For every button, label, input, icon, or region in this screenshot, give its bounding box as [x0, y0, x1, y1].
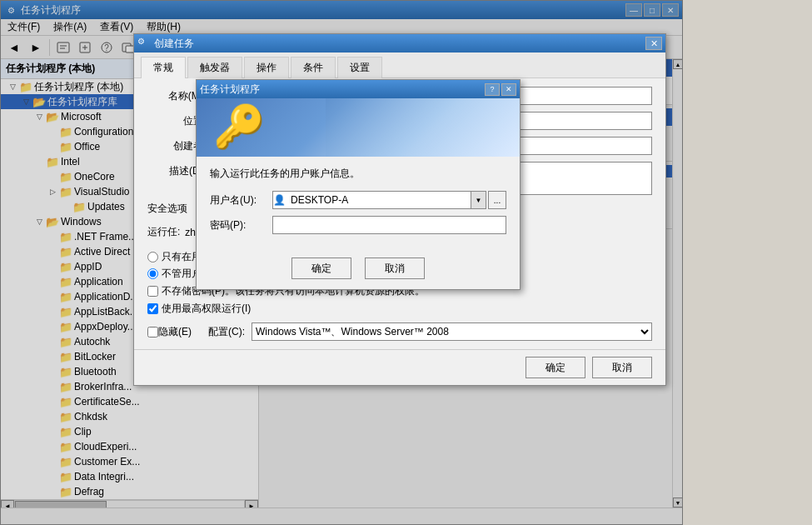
config-label: 配置(C): — [208, 325, 245, 339]
tab-conditions[interactable]: 条件 — [291, 57, 336, 78]
inner-dialog-banner: 🔑 — [197, 98, 520, 157]
inner-dialog-content: 输入运行此任务的用户账户信息。 用户名(U): 👤 DESKTOP-A ▼ ..… — [197, 157, 520, 251]
tab-actions[interactable]: 操作 — [244, 57, 289, 78]
dialog-close-button[interactable]: ✕ — [645, 37, 662, 50]
tab-general[interactable]: 常规 — [141, 57, 186, 78]
password-label: 密码(P): — [210, 218, 272, 232]
user-browse-btn[interactable]: ... — [488, 191, 506, 209]
password-field-row: 密码(P): — [210, 216, 506, 234]
tab-settings[interactable]: 设置 — [337, 57, 382, 78]
inner-dialog-cancel-button[interactable]: 取消 — [365, 258, 425, 279]
user-combo[interactable]: 👤 DESKTOP-A ▼ — [272, 191, 486, 209]
banner-gradient — [326, 98, 520, 157]
create-task-title-bar: ⚙ 创建任务 ✕ — [134, 34, 665, 52]
run-as-label: 运行任: — [147, 225, 180, 239]
hidden-label: 隐藏(E) — [158, 325, 192, 339]
dialog-title: 创建任务 — [154, 37, 645, 51]
dialog-cancel-button[interactable]: 取消 — [592, 357, 652, 378]
config-select[interactable]: Windows Vista™、Windows Server™ 2008 — [252, 322, 652, 341]
inner-dialog-title-bar: 任务计划程序 ? ✕ — [197, 80, 520, 98]
config-row: 隐藏(E) 配置(C): Windows Vista™、Windows Serv… — [147, 322, 652, 341]
checkbox-highest-input[interactable] — [147, 303, 158, 314]
inner-dialog-title: 任务计划程序 — [200, 82, 485, 97]
checkbox-highest-label: 使用最高权限运行(I) — [162, 302, 251, 316]
user-label: 用户名(U): — [210, 193, 272, 208]
user-combo-text: DESKTOP-A — [287, 194, 471, 206]
radio-only-logged-in-input[interactable] — [147, 252, 158, 262]
inner-dialog-prompt: 输入运行此任务的用户账户信息。 — [210, 167, 506, 181]
checkbox-no-store-input[interactable] — [147, 286, 158, 297]
password-input[interactable] — [272, 216, 506, 234]
inner-dialog-buttons: 确定 取消 — [197, 251, 520, 289]
inner-dialog-close-btn[interactable]: ✕ — [501, 83, 516, 96]
dialog-tabs: 常规 触发器 操作 条件 设置 — [134, 52, 665, 78]
user-combo-icon: 👤 — [273, 194, 286, 206]
dialog-ok-button[interactable]: 确定 — [526, 357, 585, 378]
dialog-icon: ⚙ — [137, 37, 151, 50]
user-combo-dropdown[interactable]: ▼ — [471, 192, 486, 208]
checkbox-highest: 使用最高权限运行(I) — [147, 302, 652, 316]
tab-triggers[interactable]: 触发器 — [187, 57, 242, 78]
dialog-buttons: 确定 取消 — [134, 349, 665, 385]
inner-dialog-ok-button[interactable]: 确定 — [291, 258, 351, 279]
inner-dialog-title-buttons: ? ✕ — [485, 83, 516, 96]
radio-always-run-input[interactable] — [147, 268, 158, 279]
inner-dialog: 任务计划程序 ? ✕ 🔑 输入运行此任务的用户账户信息。 用户名(U): 👤 D… — [196, 79, 521, 290]
keys-icon: 🔑 — [213, 102, 265, 151]
inner-dialog-help-btn[interactable]: ? — [485, 83, 500, 96]
hidden-checkbox[interactable] — [147, 327, 158, 338]
user-field-row: 用户名(U): 👤 DESKTOP-A ▼ ... — [210, 191, 506, 209]
